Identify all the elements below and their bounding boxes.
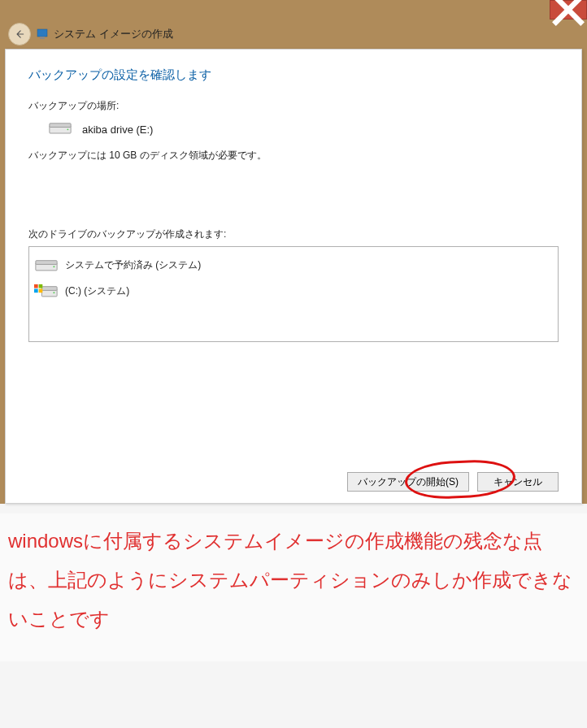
svg-point-9 <box>53 266 54 267</box>
commentary-text: windowsに付属するシステムイメージの作成機能の残念な点は、上記のようにシス… <box>0 514 587 661</box>
window-frame: システム イメージの作成 バックアップの設定を確認します バックアップの場所: … <box>0 0 587 504</box>
svg-point-6 <box>67 128 68 130</box>
svg-rect-5 <box>50 124 71 128</box>
svg-rect-14 <box>39 284 43 288</box>
dialog: バックアップの設定を確認します バックアップの場所: akiba drive (… <box>5 49 582 504</box>
app-icon <box>36 28 49 41</box>
svg-rect-13 <box>34 284 38 288</box>
back-arrow-icon <box>14 28 25 40</box>
cancel-button[interactable]: キャンセル <box>477 472 559 492</box>
list-item: システムで予約済み (システム) <box>33 252 554 278</box>
drive-icon <box>48 121 72 137</box>
back-button[interactable] <box>8 23 31 46</box>
svg-rect-15 <box>34 288 38 292</box>
close-icon <box>550 0 586 28</box>
location-label: バックアップの場所: <box>28 99 559 113</box>
svg-rect-2 <box>37 29 47 37</box>
header-bar: システム イメージの作成 <box>0 21 587 47</box>
svg-rect-16 <box>39 288 43 292</box>
backup-location-row: akiba drive (E:) <box>48 121 559 137</box>
start-backup-button[interactable]: バックアップの開始(S) <box>347 472 469 492</box>
backup-location-value: akiba drive (E:) <box>82 124 153 136</box>
svg-point-12 <box>53 292 54 293</box>
window-title: システム イメージの作成 <box>54 27 173 41</box>
disk-requirement: バックアップには 10 GB のディスク領域が必要です。 <box>28 149 559 162</box>
windows-drive-icon <box>34 282 59 300</box>
drives-list: システムで予約済み (システム) (C:) (システム) <box>28 246 559 342</box>
drives-label: 次のドライブのバックアップが作成されます: <box>28 228 559 241</box>
dialog-heading: バックアップの設定を確認します <box>28 67 559 83</box>
svg-rect-8 <box>36 260 57 264</box>
drive-label: (C:) (システム) <box>65 284 129 298</box>
list-item: (C:) (システム) <box>33 278 554 304</box>
svg-rect-3 <box>40 37 45 39</box>
drive-icon <box>34 256 59 274</box>
close-button[interactable] <box>550 0 587 20</box>
drive-label: システムで予約済み (システム) <box>65 258 201 272</box>
svg-rect-11 <box>41 286 57 290</box>
titlebar <box>0 0 587 21</box>
button-row: バックアップの開始(S) キャンセル <box>28 472 559 492</box>
